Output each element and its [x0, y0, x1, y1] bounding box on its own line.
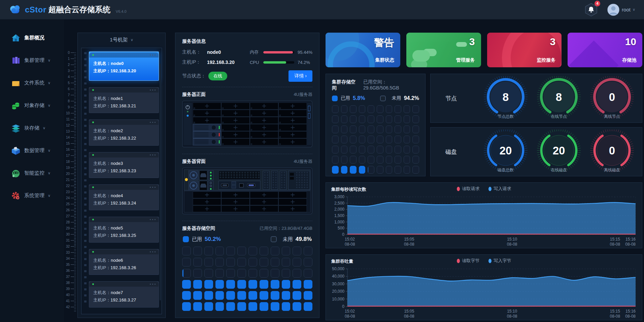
- divider: [182, 221, 312, 221]
- storage-cell: [404, 115, 410, 123]
- legend-item[interactable]: 写入字节: [488, 258, 511, 264]
- storage-cell: [368, 105, 374, 113]
- card-cluster-status[interactable]: 警告 集群状态: [326, 33, 400, 67]
- node-card-node3[interactable]: 主机名：node3主机IP：192.168.3.23: [89, 152, 159, 178]
- sidebar-item-label: 系统管理: [24, 192, 44, 199]
- node-card-node6[interactable]: 主机名：node6主机IP：192.168.3.26: [89, 249, 159, 275]
- node-card-node4[interactable]: 主机名：node4主机IP：192.168.3.24: [89, 184, 159, 210]
- mem-label: 内存: [250, 49, 263, 55]
- storage-cell: [412, 156, 419, 164]
- storage-cell: [395, 136, 401, 143]
- detail-button[interactable]: 详情 ›: [289, 70, 312, 82]
- card-value: 警告: [374, 36, 394, 50]
- node-card-body: 主机名：node0主机IP：192.168.3.20: [89, 58, 159, 78]
- svg-text:10,000: 10,000: [332, 297, 344, 301]
- card-storage-pools[interactable]: 10 存储池: [568, 33, 642, 67]
- node-menu-dots: [150, 122, 156, 123]
- host-value: node0: [207, 49, 221, 55]
- storage-cell: [332, 166, 339, 174]
- gear-icon: [11, 191, 20, 200]
- divider: [182, 87, 312, 87]
- storage-cell: [182, 269, 191, 278]
- storage-cell: [215, 291, 224, 300]
- card-monitoring-services[interactable]: 3 监控服务: [487, 33, 562, 67]
- server-storage-grid: [182, 247, 312, 311]
- storage-cell: [282, 269, 291, 278]
- ruler-mark: 19: [65, 165, 76, 171]
- sidebar-item-data-management[interactable]: 数据管理 ∨: [0, 139, 64, 162]
- storage-cell: [304, 280, 312, 289]
- node-online-led: [92, 251, 94, 253]
- storage-cell: [341, 136, 348, 143]
- ruler-mark: 15: [65, 140, 76, 146]
- chevron-down-icon: ∨: [48, 58, 50, 63]
- svg-text:1,000: 1,000: [334, 220, 344, 224]
- storage-cell: [332, 146, 339, 153]
- card-value: 3: [550, 36, 556, 47]
- legend-item[interactable]: 读取字节: [457, 258, 480, 264]
- node-online-led: [92, 219, 94, 220]
- user-menu[interactable]: root ∨: [607, 3, 635, 16]
- gauge-磁盘总数: 20磁盘总数: [479, 130, 532, 174]
- storage-cell: [248, 291, 257, 300]
- storage-cell: [271, 247, 279, 255]
- server-detail-panel: 服务器信息 主机名： node0 主机IP： 192.168.3.20 内存 9…: [175, 33, 319, 318]
- storage-cell: [341, 156, 348, 164]
- storage-cell: [377, 126, 383, 133]
- node-card-node2[interactable]: 主机名：node2主机IP：192.168.3.22: [89, 119, 159, 145]
- sidebar-item-cluster-management[interactable]: 集群管理 ∨: [0, 49, 64, 72]
- node-online-led: [92, 186, 94, 188]
- rack-scrollbar[interactable]: [160, 64, 161, 300]
- svg-text:15:05: 15:05: [404, 309, 414, 314]
- svg-text:15:10: 15:10: [507, 309, 517, 314]
- storage-cell: [395, 166, 401, 174]
- card-management-services[interactable]: 3 管理服务: [406, 33, 481, 67]
- storage-cell: [412, 166, 419, 174]
- ruler-mark: 17: [65, 152, 76, 158]
- ruler-mark: 3: [65, 68, 76, 74]
- legend-item[interactable]: 写入请求: [488, 186, 511, 192]
- app-version: V6.4.0: [116, 9, 127, 13]
- node-card-header: [89, 185, 159, 190]
- sidebar-item-block-storage[interactable]: 块存储 ∨: [0, 117, 64, 139]
- node-card-body: 主机名：node6主机IP：192.168.3.26: [89, 254, 159, 275]
- storage-cell: [377, 115, 383, 123]
- sidebar-item-system-management[interactable]: 系统管理 ∨: [0, 184, 64, 207]
- svg-text:08-08: 08-08: [610, 314, 620, 319]
- folder-icon: [11, 79, 20, 87]
- node-card-node1[interactable]: 主机名：node1主机IP：192.168.3.21: [89, 87, 159, 113]
- legend-item[interactable]: 读取请求: [457, 186, 480, 192]
- used-pct: 5.8%: [353, 95, 365, 101]
- svg-text:节点总数: 节点总数: [498, 114, 514, 119]
- sidebar-item-label: 对象存储: [24, 102, 44, 109]
- svg-text:0: 0: [342, 232, 344, 237]
- svg-text:40,000: 40,000: [332, 274, 344, 279]
- node-card-body: 主机名：node5主机IP：192.168.3.25: [89, 222, 159, 242]
- svg-text:50,000: 50,000: [332, 266, 344, 271]
- sidebar-item-object-storage[interactable]: 对象存储 ∨: [0, 94, 64, 117]
- svg-text:08-08: 08-08: [507, 242, 517, 247]
- node-online-led: [92, 89, 94, 91]
- svg-text:15:02: 15:02: [345, 309, 355, 314]
- ruler-mark: 41: [65, 298, 76, 304]
- server-storage-title: 服务器存储空间: [182, 225, 215, 231]
- notification-bell[interactable]: 4: [584, 2, 598, 17]
- svg-text:在线磁盘: 在线磁盘: [551, 168, 567, 172]
- node-card-node5[interactable]: 主机名：node5主机IP：192.168.3.25: [89, 217, 159, 243]
- storage-cell: [304, 302, 312, 311]
- node-card-node0[interactable]: 主机名：node0主机IP：192.168.3.20: [89, 51, 159, 81]
- storage-cell: [193, 258, 202, 266]
- used-legend-swatch: [332, 96, 338, 101]
- storage-cell: [182, 247, 191, 255]
- storage-cell: [204, 280, 213, 289]
- chart-legend: 读取请求写入请求: [326, 186, 642, 192]
- rack-section: 0123456789101112131415161718192021222324…: [65, 33, 166, 318]
- sidebar-item-intelligent-monitoring[interactable]: 智能监控 ∨: [0, 162, 64, 184]
- rack-selector[interactable]: 1号机架 ∨: [78, 33, 165, 46]
- server-front-tag: 4U服务器: [294, 92, 312, 98]
- node-card-node7[interactable]: 主机名：node7主机IP：192.168.3.27: [89, 281, 159, 307]
- sidebar-item-file-system[interactable]: 文件系统 ∨: [0, 72, 64, 94]
- storage-cell: [386, 146, 393, 153]
- storage-cell: [248, 269, 257, 278]
- sidebar-item-cluster-overview[interactable]: 集群概况: [0, 27, 64, 49]
